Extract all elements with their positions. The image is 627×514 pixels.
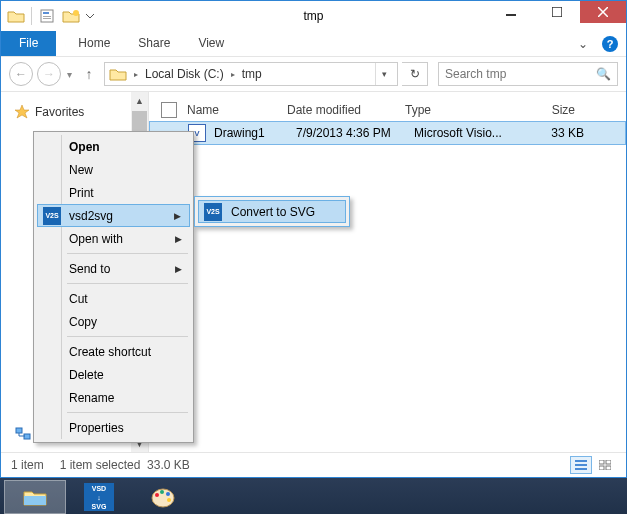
context-menu: Open New Print V2S vsd2svg ▶ Open with▶ … bbox=[33, 131, 194, 443]
folder-icon bbox=[109, 67, 127, 81]
file-name: Drawing1 bbox=[214, 126, 296, 140]
svg-point-20 bbox=[166, 492, 170, 496]
file-size: 33 KB bbox=[532, 126, 592, 140]
up-button[interactable]: ↑ bbox=[78, 66, 100, 82]
ctx-open[interactable]: Open bbox=[37, 135, 190, 158]
svg-rect-5 bbox=[506, 14, 516, 16]
submenu-label: Convert to SVG bbox=[231, 205, 315, 219]
properties-icon[interactable] bbox=[36, 5, 58, 27]
search-placeholder: Search tmp bbox=[445, 67, 506, 81]
file-date: 7/9/2013 4:36 PM bbox=[296, 126, 414, 140]
ctx-copy[interactable]: Copy bbox=[37, 310, 190, 333]
refresh-button[interactable]: ↻ bbox=[402, 62, 428, 86]
chevron-icon[interactable]: ▸ bbox=[231, 70, 235, 79]
svg-rect-14 bbox=[599, 466, 604, 470]
file-type: Microsoft Visio... bbox=[414, 126, 532, 140]
search-input[interactable]: Search tmp 🔍 bbox=[438, 62, 618, 86]
ctx-label: Open with bbox=[69, 232, 123, 246]
svg-rect-16 bbox=[24, 496, 46, 505]
nav-toolbar: ← → ▾ ↑ ▸ Local Disk (C:) ▸ tmp ▾ ↻ Sear… bbox=[1, 56, 626, 92]
svg-rect-13 bbox=[606, 460, 611, 464]
thumbnails-view-button[interactable] bbox=[594, 456, 616, 474]
tab-share[interactable]: Share bbox=[124, 31, 184, 56]
svg-rect-1 bbox=[43, 12, 49, 14]
ctx-label: Send to bbox=[69, 262, 110, 276]
svg-point-19 bbox=[160, 490, 164, 494]
svg-rect-9 bbox=[575, 460, 587, 462]
status-size: 33.0 KB bbox=[147, 458, 190, 472]
ctx-vsd2svg[interactable]: V2S vsd2svg ▶ bbox=[37, 204, 190, 227]
history-dropdown-icon[interactable]: ▾ bbox=[65, 69, 74, 80]
tab-view[interactable]: View bbox=[184, 31, 238, 56]
palette-icon bbox=[150, 486, 176, 508]
svg-rect-3 bbox=[43, 18, 51, 19]
file-list[interactable]: Name Date modified Type Size V Drawing1 … bbox=[149, 92, 626, 452]
expand-ribbon-icon[interactable]: ⌄ bbox=[570, 37, 596, 51]
submenu-convert[interactable]: V2S Convert to SVG bbox=[198, 200, 346, 223]
address-bar[interactable]: ▸ Local Disk (C:) ▸ tmp ▾ bbox=[104, 62, 398, 86]
svg-rect-6 bbox=[552, 7, 562, 17]
svg-rect-7 bbox=[16, 428, 22, 433]
taskbar-vsd2svg[interactable]: VSD ↓ SVG bbox=[68, 480, 130, 514]
chevron-icon[interactable]: ▸ bbox=[134, 70, 138, 79]
network-icon bbox=[15, 427, 31, 441]
submenu: V2S Convert to SVG bbox=[194, 196, 350, 227]
ctx-open-with[interactable]: Open with▶ bbox=[37, 227, 190, 250]
submenu-arrow-icon: ▶ bbox=[175, 234, 182, 244]
taskbar: VSD ↓ SVG bbox=[0, 478, 627, 514]
breadcrumb-part[interactable]: tmp bbox=[242, 67, 262, 81]
svg-rect-15 bbox=[606, 466, 611, 470]
details-view-button[interactable] bbox=[570, 456, 592, 474]
nav-label: Favorites bbox=[35, 105, 84, 119]
column-headers: Name Date modified Type Size bbox=[149, 98, 626, 122]
ctx-cut[interactable]: Cut bbox=[37, 287, 190, 310]
status-count: 1 item bbox=[11, 458, 44, 472]
col-name[interactable]: Name bbox=[187, 103, 287, 117]
select-all-checkbox[interactable] bbox=[161, 102, 177, 118]
scroll-up-icon[interactable]: ▲ bbox=[131, 92, 148, 109]
v2s-icon: V2S bbox=[204, 203, 222, 221]
svg-point-18 bbox=[155, 493, 159, 497]
taskbar-paint[interactable] bbox=[132, 480, 194, 514]
file-row[interactable]: V Drawing1 7/9/2013 4:36 PM Microsoft Vi… bbox=[149, 121, 626, 145]
tab-home[interactable]: Home bbox=[64, 31, 124, 56]
ctx-properties[interactable]: Properties bbox=[37, 416, 190, 439]
col-type[interactable]: Type bbox=[405, 103, 523, 117]
submenu-arrow-icon: ▶ bbox=[175, 264, 182, 274]
help-button[interactable]: ? bbox=[602, 36, 618, 52]
status-bar: 1 item 1 item selected 33.0 KB bbox=[1, 452, 626, 477]
maximize-button[interactable] bbox=[534, 1, 580, 23]
forward-button[interactable]: → bbox=[37, 62, 61, 86]
submenu-arrow-icon: ▶ bbox=[174, 211, 181, 221]
minimize-button[interactable] bbox=[488, 1, 534, 23]
address-dropdown-icon[interactable]: ▾ bbox=[375, 63, 393, 85]
ribbon-tabs: File Home Share View ⌄ ? bbox=[1, 31, 626, 56]
folder-icon[interactable] bbox=[5, 5, 27, 27]
ctx-rename[interactable]: Rename bbox=[37, 386, 190, 409]
close-button[interactable] bbox=[580, 1, 626, 23]
qat-dropdown-icon[interactable] bbox=[84, 5, 96, 27]
ctx-delete[interactable]: Delete bbox=[37, 363, 190, 386]
svg-rect-2 bbox=[43, 16, 51, 17]
ctx-print[interactable]: Print bbox=[37, 181, 190, 204]
new-folder-icon[interactable] bbox=[60, 5, 82, 27]
col-size[interactable]: Size bbox=[523, 103, 583, 117]
titlebar: tmp bbox=[1, 1, 626, 31]
back-button[interactable]: ← bbox=[9, 62, 33, 86]
taskbar-explorer[interactable] bbox=[4, 480, 66, 514]
svg-point-4 bbox=[73, 10, 79, 16]
ctx-new[interactable]: New bbox=[37, 158, 190, 181]
v2s-icon: V2S bbox=[43, 207, 61, 225]
svg-rect-12 bbox=[599, 460, 604, 464]
ctx-label: vsd2svg bbox=[69, 209, 113, 223]
status-selected: 1 item selected bbox=[60, 458, 141, 472]
col-date[interactable]: Date modified bbox=[287, 103, 405, 117]
file-tab[interactable]: File bbox=[1, 31, 56, 56]
nav-favorites[interactable]: Favorites bbox=[15, 102, 142, 122]
ctx-create-shortcut[interactable]: Create shortcut bbox=[37, 340, 190, 363]
ctx-send-to[interactable]: Send to▶ bbox=[37, 257, 190, 280]
svg-rect-10 bbox=[575, 464, 587, 466]
star-icon bbox=[15, 105, 29, 119]
explorer-window: tmp File Home Share View ⌄ ? ← → ▾ ↑ ▸ L… bbox=[0, 0, 627, 478]
breadcrumb-part[interactable]: Local Disk (C:) bbox=[145, 67, 224, 81]
